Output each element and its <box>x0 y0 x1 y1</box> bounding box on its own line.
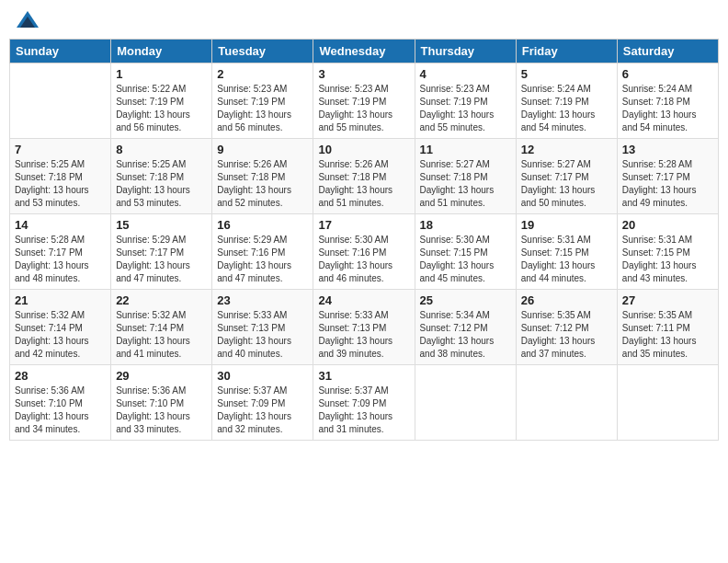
day-cell <box>617 365 718 441</box>
day-cell: 20Sunrise: 5:31 AM Sunset: 7:15 PM Dayli… <box>617 214 718 290</box>
day-number: 21 <box>15 293 106 307</box>
day-number: 4 <box>420 67 511 81</box>
day-info: Sunrise: 5:30 AM Sunset: 7:16 PM Dayligh… <box>318 234 409 285</box>
day-info: Sunrise: 5:29 AM Sunset: 7:17 PM Dayligh… <box>116 234 207 285</box>
day-number: 10 <box>318 143 409 156</box>
day-number: 17 <box>318 218 409 232</box>
day-cell: 31Sunrise: 5:37 AM Sunset: 7:09 PM Dayli… <box>313 365 415 441</box>
day-cell: 19Sunrise: 5:31 AM Sunset: 7:15 PM Dayli… <box>516 214 617 290</box>
day-info: Sunrise: 5:36 AM Sunset: 7:10 PM Dayligh… <box>116 385 207 436</box>
day-number: 29 <box>116 369 207 383</box>
day-number: 20 <box>622 218 713 232</box>
day-cell: 4Sunrise: 5:23 AM Sunset: 7:19 PM Daylig… <box>415 63 516 139</box>
day-number: 30 <box>217 369 308 383</box>
day-cell: 14Sunrise: 5:28 AM Sunset: 7:17 PM Dayli… <box>10 214 111 290</box>
day-info: Sunrise: 5:35 AM Sunset: 7:11 PM Dayligh… <box>622 309 713 361</box>
day-number: 2 <box>217 67 308 81</box>
day-info: Sunrise: 5:32 AM Sunset: 7:14 PM Dayligh… <box>15 309 106 361</box>
calendar-table: SundayMondayTuesdayWednesdayThursdayFrid… <box>9 39 719 441</box>
day-cell: 17Sunrise: 5:30 AM Sunset: 7:16 PM Dayli… <box>313 214 415 290</box>
day-number: 7 <box>15 143 106 156</box>
day-number: 16 <box>217 218 308 232</box>
day-cell: 29Sunrise: 5:36 AM Sunset: 7:10 PM Dayli… <box>111 365 212 441</box>
day-number: 24 <box>318 293 409 307</box>
week-row-5: 28Sunrise: 5:36 AM Sunset: 7:10 PM Dayli… <box>10 365 719 441</box>
day-cell: 30Sunrise: 5:37 AM Sunset: 7:09 PM Dayli… <box>212 365 313 441</box>
day-number: 18 <box>420 218 511 232</box>
day-info: Sunrise: 5:23 AM Sunset: 7:19 PM Dayligh… <box>420 83 511 134</box>
day-info: Sunrise: 5:27 AM Sunset: 7:18 PM Dayligh… <box>420 158 511 210</box>
day-info: Sunrise: 5:28 AM Sunset: 7:17 PM Dayligh… <box>622 158 713 210</box>
day-info: Sunrise: 5:28 AM Sunset: 7:17 PM Dayligh… <box>15 234 106 285</box>
day-number: 22 <box>116 293 207 307</box>
day-number: 31 <box>318 369 409 383</box>
day-cell: 23Sunrise: 5:33 AM Sunset: 7:13 PM Dayli… <box>212 290 313 365</box>
week-row-1: 1Sunrise: 5:22 AM Sunset: 7:19 PM Daylig… <box>10 63 719 139</box>
day-info: Sunrise: 5:36 AM Sunset: 7:10 PM Dayligh… <box>15 385 106 436</box>
day-number: 28 <box>15 369 106 383</box>
day-number: 19 <box>521 218 612 232</box>
day-number: 8 <box>116 143 207 156</box>
day-cell: 11Sunrise: 5:27 AM Sunset: 7:18 PM Dayli… <box>415 139 516 214</box>
day-info: Sunrise: 5:37 AM Sunset: 7:09 PM Dayligh… <box>318 385 409 436</box>
day-cell: 9Sunrise: 5:26 AM Sunset: 7:18 PM Daylig… <box>212 139 313 214</box>
day-number: 12 <box>521 143 612 156</box>
day-cell: 5Sunrise: 5:24 AM Sunset: 7:19 PM Daylig… <box>516 63 617 139</box>
day-number: 13 <box>622 143 713 156</box>
day-cell: 12Sunrise: 5:27 AM Sunset: 7:17 PM Dayli… <box>516 139 617 214</box>
day-number: 1 <box>116 67 207 81</box>
week-row-4: 21Sunrise: 5:32 AM Sunset: 7:14 PM Dayli… <box>10 290 719 365</box>
day-info: Sunrise: 5:30 AM Sunset: 7:15 PM Dayligh… <box>420 234 511 285</box>
day-cell: 6Sunrise: 5:24 AM Sunset: 7:18 PM Daylig… <box>617 63 718 139</box>
logo <box>13 9 40 31</box>
day-info: Sunrise: 5:26 AM Sunset: 7:18 PM Dayligh… <box>217 158 308 210</box>
day-cell: 15Sunrise: 5:29 AM Sunset: 7:17 PM Dayli… <box>111 214 212 290</box>
day-info: Sunrise: 5:31 AM Sunset: 7:15 PM Dayligh… <box>521 234 612 285</box>
day-info: Sunrise: 5:29 AM Sunset: 7:16 PM Dayligh… <box>217 234 308 285</box>
day-cell: 28Sunrise: 5:36 AM Sunset: 7:10 PM Dayli… <box>10 365 111 441</box>
day-number: 6 <box>622 67 713 81</box>
day-cell: 26Sunrise: 5:35 AM Sunset: 7:12 PM Dayli… <box>516 290 617 365</box>
day-cell: 3Sunrise: 5:23 AM Sunset: 7:19 PM Daylig… <box>313 63 415 139</box>
day-number: 14 <box>15 218 106 232</box>
weekday-wednesday: Wednesday <box>313 40 415 63</box>
page-header <box>9 9 719 31</box>
day-info: Sunrise: 5:37 AM Sunset: 7:09 PM Dayligh… <box>217 385 308 436</box>
weekday-friday: Friday <box>516 40 617 63</box>
day-number: 15 <box>116 218 207 232</box>
week-row-2: 7Sunrise: 5:25 AM Sunset: 7:18 PM Daylig… <box>10 139 719 214</box>
day-number: 27 <box>622 293 713 307</box>
day-info: Sunrise: 5:24 AM Sunset: 7:18 PM Dayligh… <box>622 83 713 134</box>
day-number: 3 <box>318 67 409 81</box>
day-cell: 2Sunrise: 5:23 AM Sunset: 7:19 PM Daylig… <box>212 63 313 139</box>
day-number: 23 <box>217 293 308 307</box>
day-cell: 22Sunrise: 5:32 AM Sunset: 7:14 PM Dayli… <box>111 290 212 365</box>
day-info: Sunrise: 5:32 AM Sunset: 7:14 PM Dayligh… <box>116 309 207 361</box>
day-cell: 13Sunrise: 5:28 AM Sunset: 7:17 PM Dayli… <box>617 139 718 214</box>
day-cell: 8Sunrise: 5:25 AM Sunset: 7:18 PM Daylig… <box>111 139 212 214</box>
day-info: Sunrise: 5:34 AM Sunset: 7:12 PM Dayligh… <box>420 309 511 361</box>
weekday-tuesday: Tuesday <box>212 40 313 63</box>
day-info: Sunrise: 5:25 AM Sunset: 7:18 PM Dayligh… <box>116 158 207 210</box>
day-number: 5 <box>521 67 612 81</box>
day-info: Sunrise: 5:27 AM Sunset: 7:17 PM Dayligh… <box>521 158 612 210</box>
day-number: 11 <box>420 143 511 156</box>
day-cell: 16Sunrise: 5:29 AM Sunset: 7:16 PM Dayli… <box>212 214 313 290</box>
day-info: Sunrise: 5:24 AM Sunset: 7:19 PM Dayligh… <box>521 83 612 134</box>
day-cell <box>10 63 111 139</box>
day-info: Sunrise: 5:33 AM Sunset: 7:13 PM Dayligh… <box>318 309 409 361</box>
day-info: Sunrise: 5:35 AM Sunset: 7:12 PM Dayligh… <box>521 309 612 361</box>
day-cell: 7Sunrise: 5:25 AM Sunset: 7:18 PM Daylig… <box>10 139 111 214</box>
weekday-thursday: Thursday <box>415 40 516 63</box>
day-info: Sunrise: 5:23 AM Sunset: 7:19 PM Dayligh… <box>318 83 409 134</box>
day-number: 9 <box>217 143 308 156</box>
day-info: Sunrise: 5:25 AM Sunset: 7:18 PM Dayligh… <box>15 158 106 210</box>
day-cell <box>516 365 617 441</box>
weekday-sunday: Sunday <box>10 40 111 63</box>
day-info: Sunrise: 5:22 AM Sunset: 7:19 PM Dayligh… <box>116 83 207 134</box>
day-cell: 24Sunrise: 5:33 AM Sunset: 7:13 PM Dayli… <box>313 290 415 365</box>
week-row-3: 14Sunrise: 5:28 AM Sunset: 7:17 PM Dayli… <box>10 214 719 290</box>
day-number: 25 <box>420 293 511 307</box>
logo-icon <box>15 9 40 31</box>
day-info: Sunrise: 5:23 AM Sunset: 7:19 PM Dayligh… <box>217 83 308 134</box>
